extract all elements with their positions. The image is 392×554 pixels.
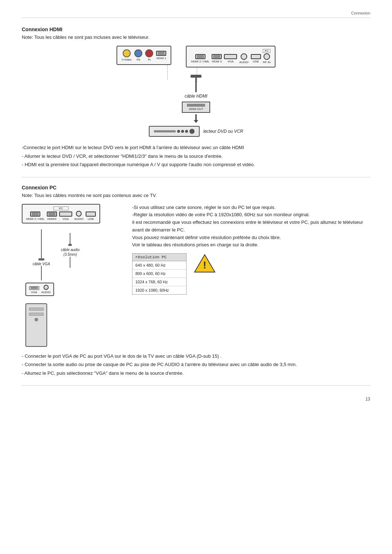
pc-hdmi3-port [47,212,57,217]
pc-tower [25,303,47,347]
arrow-down-icon [194,120,198,123]
warning-icon: ! [194,253,216,274]
pc-description: -Si vous utilisez une carte sonore, régl… [132,204,370,249]
hdmi-cable-line-1 [195,78,197,92]
pc-section: Connexion PC Note: Tous les câbles montr… [22,185,370,386]
bottom-vga-port [29,286,39,290]
hdmi-cable-label: câble HDMI [185,94,208,99]
hdmi-bullet-1: -Connectez le port HDMI sur le lecteur D… [22,144,370,151]
resolution-table: résolution PC 640 x 480, 60 Hz 800 x 600… [132,253,187,295]
pc-text-4: Vous pouvez maintenant définir votre rés… [132,234,370,242]
hdmi-section: Connexion HDMI Note: Tous les câbles ne … [22,26,370,177]
hdmi-bullet-3: - HDMI est la première tout l'appareil é… [22,161,370,168]
dvd-device: lecteur DVD ou VCR [149,126,243,137]
tower-drive-2 [29,313,44,316]
pc-vga-port [59,212,72,217]
vga-port [224,54,237,59]
hdmi-out-box: HDMI OUT [182,102,210,113]
pc-tv-panel: PC HDMI 2 / HML HDMI3 [22,204,100,223]
vga-cable: câble VGA [33,229,50,280]
pc-brace-label: PC [263,49,270,53]
pc-text-1: -Si vous utilisez une carte sonore, régl… [132,204,370,212]
pc-bullet-3: - Allumez le PC, puis sélectionnez "VGA"… [22,370,370,377]
resolution-row-2: 800 x 600, 60 Hz [132,270,186,278]
pc-section-body: PC HDMI 2 / HML HDMI3 [22,204,370,347]
pc-bullet-2: - Connecter la sortie audio ou prise de … [22,361,370,368]
page-number: 13 [22,397,370,402]
hdmi-cable-line-2 [195,114,197,120]
tower-drive-1 [29,308,44,311]
pc-right-area: -Si vous utilisez une carte sonore, régl… [132,204,370,295]
pc-usb-port [86,212,96,217]
resolution-row-1: 640 x 480, 60 Hz [132,261,186,270]
audio-port [241,53,247,60]
dvd-label: lecteur DVD ou VCR [203,129,243,134]
hdmi2-port [195,54,205,59]
pc-hdmi2-port [30,212,40,217]
hdmi-bullet-2: - Allumer le lecteur DVD / VCR, et sélec… [22,153,370,160]
pc-bullet-1: - Connecter le port VGA de PC au port VG… [22,353,370,360]
hdmi-diagram: Y/Video Pb Pr [22,46,370,137]
pc-note: Note: Tous les câbles montrés ne sont pa… [22,193,370,198]
hdmi-bullets: -Connectez le port HDMI sur le lecteur D… [22,144,370,168]
pc-audio-port [76,211,82,217]
hdmi-note: Note: Tous les câbles ne sont pas inclus… [22,34,370,40]
hdmi-title: Connexion HDMI [22,26,370,32]
resolution-row-4: 1920 x 1080, 60Hz [132,286,186,294]
pc-bottom-panel: VGA AUDIO [25,283,123,300]
resolution-header: résolution PC [132,254,186,261]
bottom-audio-port [44,285,49,290]
audio-cable-size: (3.5mm) [64,253,77,257]
page-header: Connexion [22,11,370,18]
hdmi-out-label: HDMI OUT [187,107,205,111]
pc-tower-container [25,303,123,347]
pc-diagram-col: PC HDMI 2 / HML HDMI3 [22,204,123,347]
hdmi1-port [156,51,166,56]
pc-title: Connexion PC [22,185,370,190]
svg-text:!: ! [203,259,206,271]
section-label: Connexion [351,11,370,15]
pc-text-2: -Régler la résolution vidéo de votre PC … [132,211,370,219]
audio-cable-label: câble audio [61,248,79,252]
pb-port [134,49,142,57]
resolution-area: résolution PC 640 x 480, 60 Hz 800 x 600… [132,253,370,295]
audio-cable: câble audio (3.5mm) [61,233,79,268]
hdmi3-port [212,54,222,59]
pc-text-3: Il est recommandé que vous effectuez les… [132,219,370,234]
y-video-port [123,49,131,57]
rfin-port [264,53,270,60]
dvd-box [149,126,200,137]
resolution-row-3: 1024 x 768, 60 Hz [132,278,186,286]
hdmi-cable-top [191,75,201,78]
pc-brace: PC [53,206,68,210]
tower-power-button [34,318,38,321]
usb-port [251,54,261,59]
pc-text-5: Voir le tableau des résolutions prises e… [132,241,370,249]
vga-cable-label: câble VGA [33,262,50,266]
pr-port [145,49,153,57]
cable-lines: câble VGA câble audio (3.5mm) [33,229,123,280]
pc-bullets: - Connecter le port VGA de PC au port VG… [22,353,370,377]
